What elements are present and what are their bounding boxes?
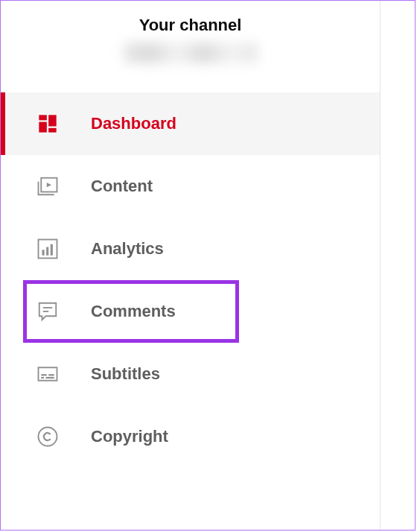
comments-icon bbox=[34, 298, 61, 325]
svg-rect-1 bbox=[48, 115, 57, 126]
nav-item-content[interactable]: Content bbox=[1, 155, 380, 218]
svg-rect-6 bbox=[42, 250, 45, 256]
nav-label-dashboard: Dashboard bbox=[91, 114, 176, 133]
dashboard-icon bbox=[34, 110, 61, 137]
nav-item-subtitles[interactable]: Subtitles bbox=[1, 343, 380, 405]
nav-label-analytics: Analytics bbox=[91, 239, 164, 259]
nav-label-content: Content bbox=[91, 177, 153, 196]
subtitles-icon bbox=[34, 361, 61, 387]
nav-label-comments: Comments bbox=[91, 302, 176, 321]
copyright-icon bbox=[34, 423, 61, 450]
right-gutter bbox=[381, 1, 415, 530]
svg-point-16 bbox=[39, 428, 57, 446]
nav-item-dashboard[interactable]: Dashboard bbox=[1, 92, 380, 155]
nav-item-analytics[interactable]: Analytics bbox=[1, 218, 380, 280]
analytics-icon bbox=[34, 235, 61, 262]
sidebar: Your channel Dashboard bbox=[1, 1, 381, 530]
svg-rect-0 bbox=[39, 115, 47, 120]
nav-list: Dashboard Content bbox=[1, 92, 380, 468]
channel-title: Your channel bbox=[1, 16, 380, 35]
svg-rect-7 bbox=[46, 247, 48, 256]
nav-label-subtitles: Subtitles bbox=[91, 364, 160, 384]
nav-label-copyright: Copyright bbox=[91, 427, 168, 446]
nav-item-comments[interactable]: Comments bbox=[1, 280, 380, 343]
content-icon bbox=[34, 173, 61, 200]
svg-rect-3 bbox=[48, 128, 57, 133]
svg-rect-8 bbox=[51, 244, 53, 256]
nav-item-copyright[interactable]: Copyright bbox=[1, 405, 380, 468]
channel-header: Your channel bbox=[1, 1, 380, 77]
app-frame: Your channel Dashboard bbox=[0, 0, 416, 531]
svg-rect-2 bbox=[39, 122, 47, 133]
channel-name-blurred bbox=[124, 42, 258, 63]
